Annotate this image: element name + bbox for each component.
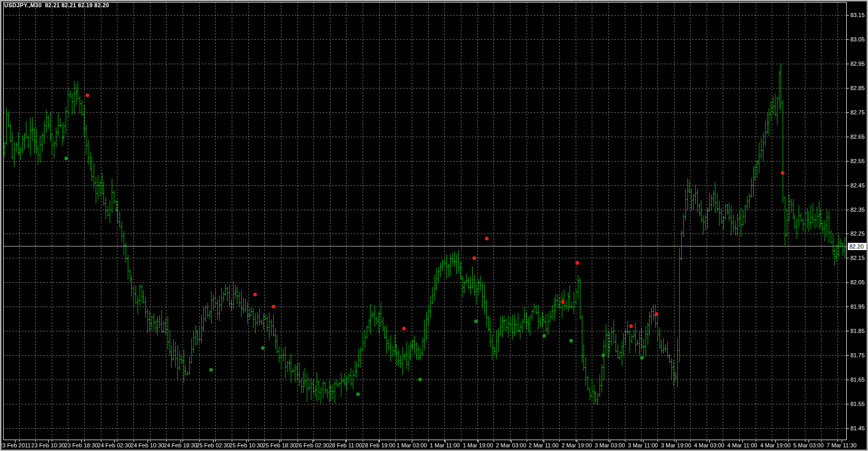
price-axis-label: 82.45 — [850, 182, 865, 189]
price-axis-label: 82.85 — [850, 85, 865, 92]
price-axis-label: 82.65 — [850, 134, 865, 140]
price-axis-label: 82.95 — [850, 61, 865, 67]
price-axis-label: 82.25 — [850, 230, 865, 237]
chart-window: USDJPY.,M30 82.21 82.21 82.19 82.20 83.1… — [0, 0, 868, 451]
price-axis-label: 82.75 — [850, 109, 865, 116]
price-axis-label: 81.95 — [850, 303, 865, 310]
price-axis-label: 82.15 — [850, 255, 865, 261]
price-axis-label: 82.05 — [850, 279, 865, 286]
price-axis-label: 81.85 — [850, 328, 865, 334]
price-axis-label: 81.75 — [850, 352, 865, 359]
price-axis-label: 83.05 — [850, 36, 865, 43]
price-axis-label: 81.45 — [850, 425, 865, 432]
price-axis-label: 81.55 — [850, 401, 865, 408]
price-axis-label: 81.65 — [850, 376, 865, 383]
price-axis-label: 82.35 — [850, 207, 865, 213]
price-chart-canvas[interactable] — [0, 0, 868, 451]
price-axis-label: 82.55 — [850, 158, 865, 165]
bid-price-label: 82.20 — [848, 243, 868, 250]
price-axis-label: 83.15 — [850, 12, 865, 19]
chart-title-symbol-ohlc: USDJPY.,M30 82.21 82.21 82.19 82.20 — [4, 2, 109, 8]
time-axis-label: 7 Mar 11:30 — [818, 442, 865, 448]
